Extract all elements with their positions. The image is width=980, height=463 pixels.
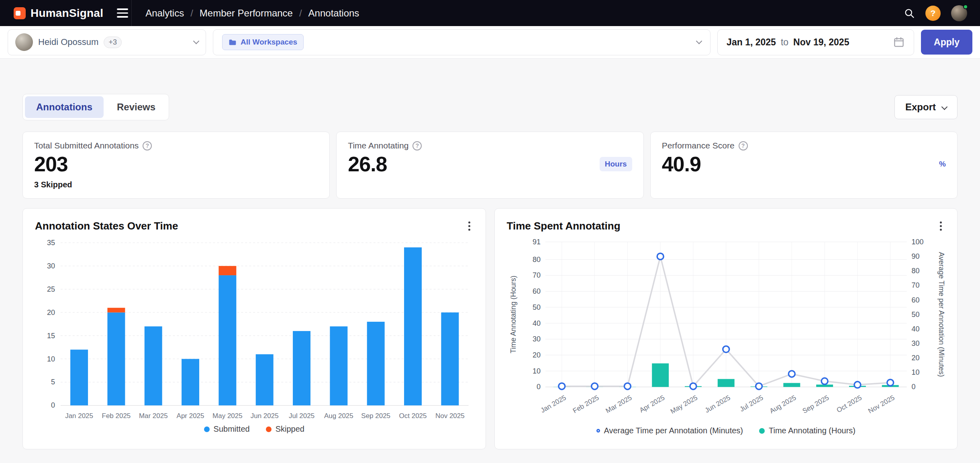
tabs-row: Annotations Reviews Export: [22, 94, 958, 120]
stat-title: Total Submitted Annotations: [34, 141, 139, 150]
svg-text:40: 40: [911, 325, 919, 333]
svg-text:0: 0: [51, 401, 55, 409]
svg-text:20: 20: [532, 351, 540, 359]
stat-card-total-submitted: Total Submitted Annotations ? 203 3 Skip…: [22, 132, 330, 199]
svg-text:80: 80: [532, 256, 540, 264]
menu-toggle-button[interactable]: [114, 6, 131, 20]
date-separator: to: [781, 37, 788, 48]
export-label: Export: [905, 102, 936, 113]
folder-icon: [229, 39, 237, 46]
svg-text:50: 50: [532, 303, 540, 311]
svg-text:Apr 2025: Apr 2025: [177, 412, 204, 420]
unit-badge: Hours: [600, 157, 632, 171]
tab-annotations[interactable]: Annotations: [25, 96, 104, 118]
topbar-right: ?: [904, 5, 980, 21]
svg-text:Apr 2025: Apr 2025: [638, 394, 666, 414]
svg-text:Feb 2025: Feb 2025: [571, 394, 600, 414]
svg-text:90: 90: [911, 252, 919, 260]
stat-value: 26.8: [348, 152, 387, 176]
member-more-badge: +3: [104, 37, 122, 48]
calendar-icon: [893, 36, 905, 48]
filter-bar: Heidi Opossum +3 All Workspaces Jan 1, 2…: [0, 26, 980, 59]
breadcrumb-analytics[interactable]: Analytics: [145, 8, 184, 19]
date-end: Nov 19, 2025: [793, 37, 849, 48]
breadcrumb-member-performance[interactable]: Member Performance: [200, 8, 293, 19]
time-spent-chart-canvas: 0102030405060708091010203040506070809010…: [507, 237, 945, 425]
svg-text:Sep 2025: Sep 2025: [801, 394, 830, 415]
user-avatar[interactable]: [951, 5, 967, 21]
date-start: Jan 1, 2025: [727, 37, 776, 48]
stat-card-performance-score: Performance Score ? 40.9 %: [650, 132, 958, 199]
svg-text:Sep 2025: Sep 2025: [361, 412, 390, 420]
svg-text:50: 50: [911, 311, 919, 319]
legend-item[interactable]: Time Annotating (Hours): [759, 426, 855, 435]
search-icon: [904, 8, 915, 19]
svg-text:100: 100: [911, 238, 923, 246]
svg-text:80: 80: [911, 267, 919, 275]
stat-title: Time Annotating: [348, 141, 408, 150]
export-button[interactable]: Export: [894, 95, 958, 119]
svg-text:Jun 2025: Jun 2025: [251, 412, 279, 420]
svg-text:Jun 2025: Jun 2025: [703, 394, 731, 414]
stat-value: 40.9: [662, 152, 701, 176]
legend-item[interactable]: Submitted: [204, 424, 250, 434]
chart-title: Annotation States Over Time: [35, 220, 178, 232]
help-icon[interactable]: ?: [412, 141, 422, 150]
help-icon[interactable]: ?: [143, 141, 152, 150]
topbar-divider: [131, 0, 132, 26]
date-range-picker[interactable]: Jan 1, 2025 to Nov 19, 2025: [717, 29, 914, 55]
svg-text:Mar 2025: Mar 2025: [139, 412, 168, 420]
svg-text:Nov 2025: Nov 2025: [435, 412, 465, 420]
svg-text:60: 60: [911, 296, 919, 304]
svg-text:30: 30: [532, 335, 540, 343]
svg-text:30: 30: [47, 262, 55, 270]
page-content: Annotations Reviews Export Total Submitt…: [0, 94, 980, 449]
chart-legend: Average Time per Annotation (Minutes)Tim…: [507, 426, 945, 435]
svg-text:0: 0: [536, 383, 540, 391]
chart-menu-button[interactable]: [465, 218, 474, 234]
stat-card-time-annotating: Time Annotating ? 26.8 Hours: [336, 132, 643, 199]
svg-text:May 2025: May 2025: [669, 394, 698, 415]
apply-button[interactable]: Apply: [921, 30, 972, 55]
member-avatar: [15, 33, 33, 51]
legend-item[interactable]: Average Time per Annotation (Minutes): [596, 426, 743, 435]
svg-text:40: 40: [532, 319, 540, 327]
workspace-select[interactable]: All Workspaces: [213, 29, 710, 55]
chevron-down-icon: [941, 104, 948, 110]
svg-text:Oct 2025: Oct 2025: [399, 412, 427, 420]
svg-text:10: 10: [532, 367, 540, 375]
top-navigation-bar: HumanSignal Analytics / Member Performan…: [0, 0, 980, 26]
chart-menu-button[interactable]: [937, 218, 945, 234]
workspace-chip[interactable]: All Workspaces: [222, 34, 304, 50]
unit-label: %: [939, 160, 946, 169]
annotation-states-card: Annotation States Over Time 051015202530…: [22, 208, 486, 449]
member-select[interactable]: Heidi Opossum +3: [8, 29, 206, 55]
svg-text:Jul 2025: Jul 2025: [738, 394, 764, 413]
brand-logo[interactable]: HumanSignal: [14, 7, 103, 20]
annotation-states-chart-canvas: 05101520253035Jan 2025Feb 2025Mar 2025Ap…: [35, 237, 474, 424]
tab-reviews[interactable]: Reviews: [106, 96, 167, 118]
svg-text:35: 35: [47, 239, 55, 247]
svg-text:Mar 2025: Mar 2025: [604, 394, 633, 414]
topbar-left: HumanSignal: [0, 6, 131, 20]
svg-text:Nov 2025: Nov 2025: [867, 394, 896, 415]
search-button[interactable]: [904, 8, 915, 19]
breadcrumb-annotations: Annotations: [308, 8, 359, 19]
svg-text:25: 25: [47, 285, 55, 293]
stat-value: 203: [34, 152, 68, 176]
help-icon[interactable]: ?: [739, 141, 748, 150]
svg-text:Average Time per Annotation (M: Average Time per Annotation (Minutes): [937, 252, 945, 377]
svg-text:91: 91: [532, 238, 540, 246]
svg-text:Aug 2025: Aug 2025: [324, 412, 353, 420]
legend-item[interactable]: Skipped: [266, 424, 304, 434]
svg-text:20: 20: [911, 354, 919, 362]
svg-text:Oct 2025: Oct 2025: [835, 394, 863, 414]
help-button[interactable]: ?: [925, 6, 941, 21]
svg-text:Time Annotating (Hours): Time Annotating (Hours): [509, 276, 517, 353]
stat-footnote: 3 Skipped: [34, 180, 318, 189]
svg-text:Aug 2025: Aug 2025: [768, 394, 797, 415]
online-status-dot: [963, 4, 968, 9]
chevron-down-icon: [193, 38, 200, 45]
svg-text:15: 15: [47, 332, 55, 340]
member-name: Heidi Opossum: [38, 37, 98, 47]
